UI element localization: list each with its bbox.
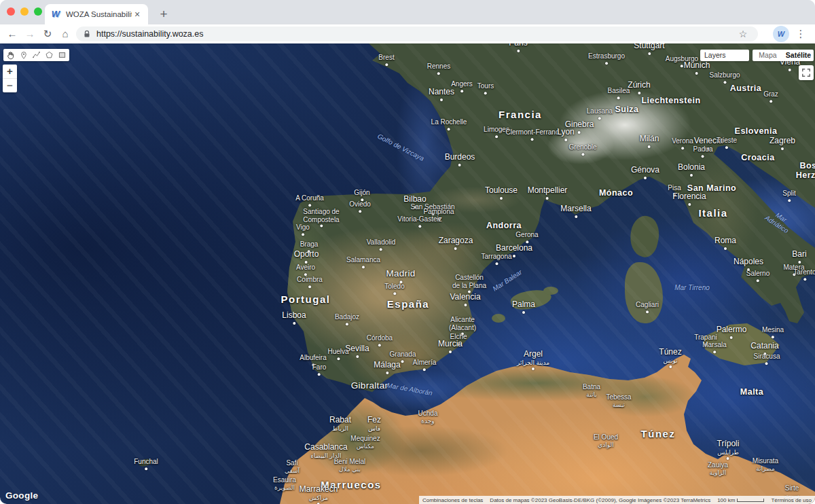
zoom-in-button[interactable]: + bbox=[3, 65, 17, 78]
address-bar[interactable]: https://sustainability.woza.es bbox=[76, 26, 758, 41]
navigation-bar: ← → ↻ ⌂ https://sustainability.woza.es ☆… bbox=[0, 24, 815, 43]
fullscreen-button[interactable] bbox=[799, 65, 814, 80]
scale-control: 100 km bbox=[714, 497, 767, 503]
tab-strip: W WOZA Sustainability × + bbox=[0, 0, 815, 24]
tab-woza-sustainability[interactable]: W WOZA Sustainability × bbox=[45, 4, 148, 24]
polygon-tool-button[interactable] bbox=[44, 50, 54, 60]
browser-window: W WOZA Sustainability × + ← → ↻ ⌂ https:… bbox=[0, 0, 815, 504]
polyline-tool-button[interactable] bbox=[31, 50, 41, 60]
forward-button[interactable]: → bbox=[23, 26, 37, 41]
google-logo[interactable]: Google bbox=[5, 490, 38, 501]
zoom-control: + − bbox=[3, 65, 17, 92]
browser-menu-icon[interactable]: ⋮ bbox=[795, 26, 807, 41]
woza-favicon-icon: W bbox=[50, 9, 61, 20]
place-marker-tool-button[interactable] bbox=[18, 50, 29, 60]
profile-avatar[interactable]: W bbox=[773, 26, 789, 42]
tab-title: WOZA Sustainability bbox=[66, 10, 132, 18]
scale-bar bbox=[737, 499, 764, 502]
map-type-map-button[interactable]: Mapa bbox=[753, 50, 783, 61]
map-type-satellite-button[interactable]: Satélite bbox=[783, 50, 814, 61]
fullscreen-icon bbox=[801, 68, 811, 77]
zoom-window-button[interactable] bbox=[34, 7, 42, 16]
map-data-attribution: Datos de mapas ©2023 GeoBasis-DE/BKG (©2… bbox=[486, 497, 714, 503]
url-text: https://sustainability.woza.es bbox=[96, 29, 203, 39]
map-type-toggle: Mapa Satélite bbox=[753, 50, 814, 61]
reload-button[interactable]: ↻ bbox=[41, 26, 54, 41]
layers-dropdown[interactable]: Layers bbox=[700, 50, 749, 61]
tab-close-icon[interactable]: × bbox=[132, 9, 143, 20]
bookmark-star-icon[interactable]: ☆ bbox=[736, 26, 750, 41]
minimize-window-button[interactable] bbox=[20, 7, 29, 16]
home-button[interactable]: ⌂ bbox=[58, 26, 72, 41]
terms-of-use-link[interactable]: Términos de uso bbox=[767, 497, 815, 503]
zoom-out-button[interactable]: − bbox=[3, 78, 17, 92]
ocean-texture bbox=[0, 43, 815, 504]
attribution-bar: Combinaciones de teclas Datos de mapas ©… bbox=[419, 496, 815, 504]
rectangle-tool-button[interactable] bbox=[57, 50, 67, 60]
keyboard-shortcuts-link[interactable]: Combinaciones de teclas bbox=[419, 497, 486, 503]
padlock-icon bbox=[83, 30, 91, 38]
back-button[interactable]: ← bbox=[5, 26, 19, 41]
drawing-toolbar bbox=[3, 49, 69, 61]
window-controls bbox=[7, 7, 42, 16]
new-tab-button[interactable]: + bbox=[155, 5, 173, 23]
map-canvas[interactable]: + − Layers Mapa Satélite Google Combinac… bbox=[0, 43, 815, 504]
scale-label: 100 km bbox=[717, 497, 735, 503]
close-window-button[interactable] bbox=[7, 7, 15, 16]
pan-hand-tool-button[interactable] bbox=[5, 50, 16, 60]
